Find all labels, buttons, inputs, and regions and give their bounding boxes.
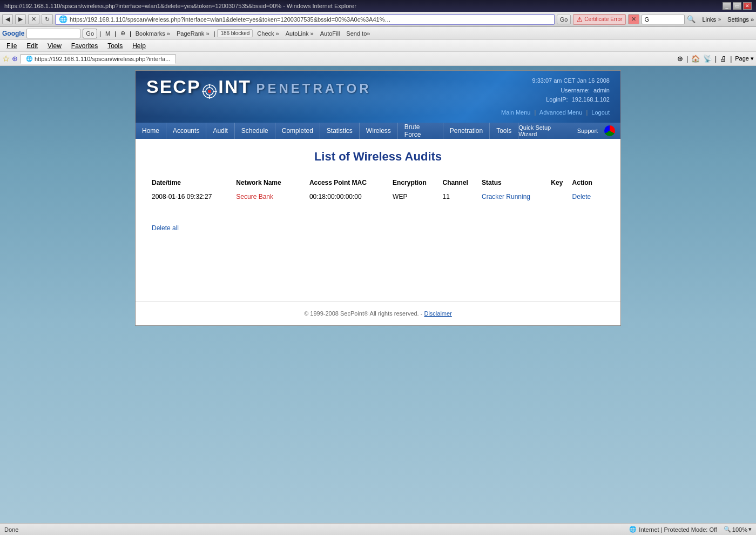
autofill-button[interactable]: AutoFill [318,30,342,37]
back-button[interactable]: ◀ [2,14,13,24]
gbar-separator2: | [114,30,116,37]
more-button[interactable]: ⊕ [118,29,127,37]
go-button[interactable]: Go [557,15,571,24]
zoom-control[interactable]: 🔍 100% ▾ [724,526,752,533]
ie-home-icon[interactable]: 🏠 [691,55,700,63]
quick-setup-link[interactable]: Quick Setup Wizard [518,124,570,137]
row-network-name: Secure Bank [236,191,301,203]
nav-support-label[interactable]: Support [577,128,598,134]
gbar-separator4: | [214,30,215,37]
close-button[interactable]: ✕ [743,2,752,10]
favorites-star-icon[interactable]: ☆ [2,54,10,64]
browser-tab[interactable]: 🌐 https://192.168.1.110/spscan/wireless.… [20,54,176,64]
menu-favorites[interactable]: Favorites [67,41,102,51]
google-go-button[interactable]: Go [83,29,97,38]
row-mac: 00:18:00:00:00:00 [301,191,393,203]
content-area: List of Wireless Audits Date/time Networ… [136,139,620,301]
check-button[interactable]: Check » [255,30,281,37]
advanced-menu-link[interactable]: Advanced Menu [539,109,583,116]
cert-action-button[interactable]: ✕ [628,14,639,24]
audit-table: Date/time Network Name Access Point MAC … [152,177,604,203]
nav-audit[interactable]: Audit [206,123,234,139]
pagerank-button[interactable]: PageRank » [174,30,212,37]
minimize-button[interactable]: _ [723,2,731,10]
refresh-button[interactable]: ↻ [42,14,53,24]
search-icon: 🔍 [687,15,696,23]
col-action: Action [572,177,604,191]
favorites-bar: ☆ ⊕ 🌐 https://192.168.1.110/spscan/wirel… [0,52,756,66]
nav-tools[interactable]: Tools [490,123,518,139]
nav-home[interactable]: Home [136,123,166,139]
page-title: List of Wireless Audits [152,150,604,164]
network-name-link[interactable]: Secure Bank [236,193,273,200]
footer-copyright: © 1999-2008 SecPoint® All rights reserve… [304,310,422,317]
menu-bar: File Edit View Favorites Tools Help [0,40,756,52]
bookmarks-button[interactable]: Bookmarks » [133,30,172,37]
menu-file[interactable]: File [2,41,21,51]
mail-button[interactable]: M [103,30,112,37]
globe-icon: 🌐 [629,526,637,533]
nav-completed[interactable]: Completed [275,123,320,139]
google-toolbar-input[interactable] [26,29,80,38]
sendto-button[interactable]: Send to» [344,30,372,37]
delete-row-link[interactable]: Delete [572,193,591,200]
header-username: Username: admin [501,86,610,96]
zoom-icon: 🔍 [724,526,731,533]
ie-rss-icon[interactable]: 📡 [703,55,712,63]
col-datetime: Date/time [152,177,236,191]
header-loginip: LoginIP: 192.168.1.102 [501,95,610,105]
browser-address-toolbar: ◀ ▶ ✕ ↻ 🌐 https://192.168.1.110/spscan/w… [0,12,756,27]
settings-label[interactable]: Settings » [727,16,754,23]
certificate-error-badge[interactable]: ⚠ Certificate Error [573,14,626,25]
menu-view[interactable]: View [43,41,66,51]
ie-print-icon[interactable]: 🖨 [720,55,727,63]
nav-penetration[interactable]: Penetration [443,123,490,139]
google-search-input[interactable] [642,15,685,24]
link-sep2: | [586,109,588,116]
tab-icon: 🌐 [26,56,32,62]
main-menu-link[interactable]: Main Menu [501,109,530,116]
google-logo: Google [2,30,24,37]
row-datetime: 2008-01-16 09:32:27 [152,191,236,203]
window-controls: _ ▭ ✕ [723,2,752,10]
ie-tools-icon1[interactable]: ⊕ [677,55,683,63]
logout-link[interactable]: Logout [591,109,610,116]
add-favorites-icon[interactable]: ⊕ [12,55,18,63]
col-channel: Channel [443,177,482,191]
restore-button[interactable]: ▭ [733,2,741,10]
menu-help[interactable]: Help [128,41,150,51]
col-key: Key [551,177,572,191]
nav-schedule[interactable]: Schedule [235,123,275,139]
tab-label: https://192.168.1.110/spscan/wireless.ph… [35,56,170,62]
address-bar[interactable]: 🌐 https://192.168.1.110/spscan/wireless.… [55,14,555,25]
ie-separator3: | [730,55,732,63]
col-encryption: Encryption [393,177,442,191]
header-datetime: 9:33:07 am CET Jan 16 2008 [501,76,610,86]
header-links: Main Menu | Advanced Menu | Logout [501,108,610,118]
status-bar: Done 🌐 Internet | Protected Mode: Off 🔍 … [0,523,756,535]
nav-brute-force[interactable]: Brute Force [398,123,443,139]
autolink-button[interactable]: AutoLink » [284,30,316,37]
table-row: 2008-01-16 09:32:27 Secure Bank 00:18:00… [152,191,604,203]
col-network-name: Network Name [236,177,301,191]
logo-text: SECP INT PENETRATOR [146,76,372,99]
ie-page-button[interactable]: Page ▾ [735,55,754,62]
menu-edit[interactable]: Edit [22,41,42,51]
site-footer: © 1999-2008 SecPoint® All rights reserve… [136,301,620,325]
status-link[interactable]: Cracker Running [482,193,530,200]
forward-button[interactable]: ▶ [15,14,26,24]
zoom-level: 100% [732,526,747,533]
row-key [551,191,572,203]
stop-button[interactable]: ✕ [28,14,39,24]
row-status: Cracker Running [482,191,551,203]
nav-wireless[interactable]: Wireless [360,123,398,139]
menu-tools[interactable]: Tools [103,41,127,51]
gbar-separator1: | [99,30,101,37]
delete-all-link[interactable]: Delete all [152,224,179,232]
nav-statistics[interactable]: Statistics [320,123,360,139]
nav-items: Home Accounts Audit Schedule Completed S… [136,123,518,139]
zone-text: Internet | Protected Mode: Off [639,526,717,533]
nav-accounts[interactable]: Accounts [166,123,206,139]
delete-all-container: Delete all [152,213,604,232]
disclaimer-link[interactable]: Disclaimer [424,310,451,317]
